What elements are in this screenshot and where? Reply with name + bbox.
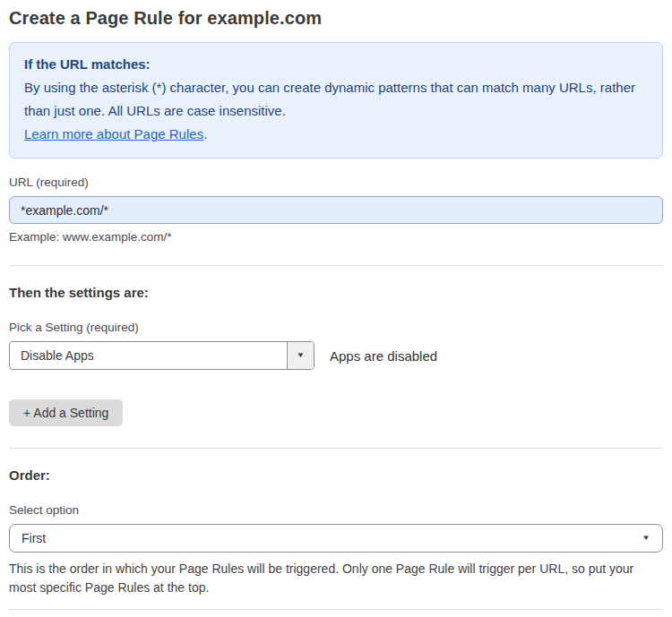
info-link-line: Learn more about Page Rules. [24,123,648,146]
add-setting-button[interactable]: + Add a Setting [9,399,123,426]
divider [9,448,663,449]
order-select-group: Select option First ▼ This is the order … [9,503,663,597]
caret-down-icon: ▼ [642,535,650,542]
url-example-helper: Example: www.example.com/* [9,230,663,244]
select-option-label: Select option [9,503,663,517]
setting-status-text: Apps are disabled [330,348,437,364]
url-label: URL (required) [9,176,663,189]
order-helper-text: This is the order in which your Page Rul… [9,560,654,597]
url-match-info-box: If the URL matches: By using the asteris… [9,42,663,159]
info-box-heading: If the URL matches: [24,53,648,76]
setting-dropdown-value: Disable Apps [10,342,287,369]
divider [9,265,663,266]
setting-dropdown[interactable]: Disable Apps ▼ [9,341,314,370]
setting-dropdown-caret-button[interactable]: ▼ [287,342,314,369]
setting-row: Disable Apps ▼ Apps are disabled [9,341,663,370]
page-title: Create a Page Rule for example.com [9,8,663,29]
link-period: . [203,126,207,141]
order-select[interactable]: First ▼ [9,524,663,553]
url-field-group: URL (required) Example: www.example.com/… [9,176,663,244]
divider [9,609,663,610]
order-select-value: First [22,531,46,545]
order-section-heading: Order: [9,467,663,483]
pick-setting-label: Pick a Setting (required) [9,321,663,334]
url-input[interactable] [9,196,663,224]
settings-section-heading: Then the settings are: [9,285,663,300]
create-page-rule-form: Create a Page Rule for example.com If th… [0,0,672,617]
setting-picker-group: Pick a Setting (required) Disable Apps ▼… [9,321,663,370]
learn-more-link[interactable]: Learn more about Page Rules [24,126,203,141]
info-box-body: By using the asterisk (*) character, you… [24,76,648,123]
caret-down-icon: ▼ [297,352,306,359]
